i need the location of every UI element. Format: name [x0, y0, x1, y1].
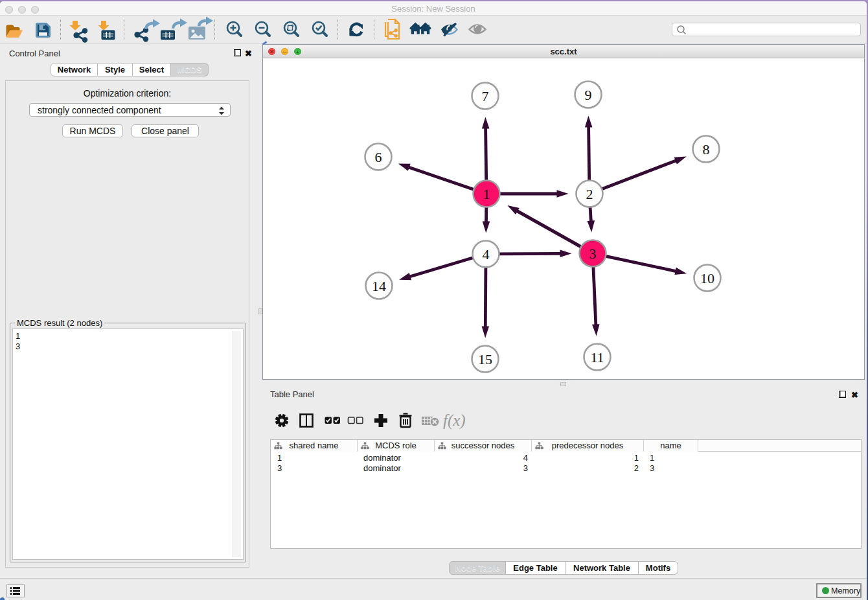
svg-text:3: 3 [589, 246, 597, 262]
svg-text:9: 9 [585, 87, 592, 103]
svg-text:1: 1 [483, 186, 490, 202]
svg-text:6: 6 [375, 149, 382, 165]
svg-text:7: 7 [482, 88, 489, 104]
svg-text:8: 8 [703, 141, 710, 157]
svg-text:10: 10 [700, 270, 714, 286]
svg-text:2: 2 [586, 186, 593, 202]
svg-text:14: 14 [372, 278, 386, 294]
svg-text:4: 4 [483, 246, 490, 262]
svg-text:11: 11 [590, 349, 604, 365]
svg-text:f(x): f(x) [443, 411, 466, 430]
svg-text:15: 15 [478, 351, 492, 367]
